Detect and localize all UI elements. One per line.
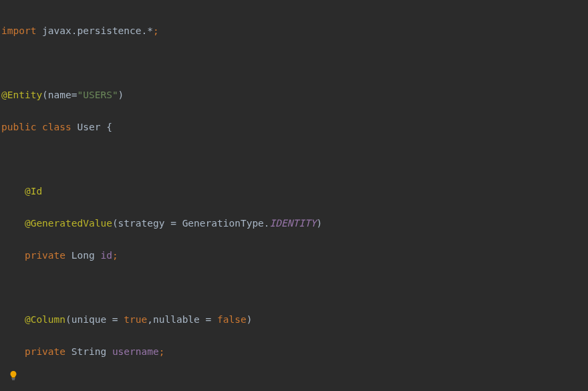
code-line: private Long id; xyxy=(1,247,588,263)
package-path: javax.persistence.* xyxy=(36,25,153,36)
semicolon: ; xyxy=(153,25,159,36)
type-name: Long xyxy=(71,250,101,261)
args-text: (unique = xyxy=(65,314,124,325)
paren-close: ) xyxy=(247,314,253,325)
annotation-column: @Column xyxy=(25,314,65,325)
keyword-import: import xyxy=(1,25,36,36)
code-line: @Entity(name="USERS") xyxy=(1,87,588,103)
keyword-class: class xyxy=(42,122,77,132)
field-name: id xyxy=(100,250,112,261)
code-editor[interactable]: import javax.persistence.*; @Entity(name… xyxy=(0,0,588,391)
keyword-true: true xyxy=(124,314,147,325)
annotation-generated: @GeneratedValue xyxy=(25,218,112,229)
args-text: ,nullable = xyxy=(147,314,217,325)
keyword-private: private xyxy=(25,346,71,357)
paren-text: (name= xyxy=(42,90,77,100)
annotation-entity: @Entity xyxy=(1,90,42,100)
keyword-private: private xyxy=(25,250,71,261)
keyword-false: false xyxy=(217,314,247,325)
keyword-public: public xyxy=(1,122,42,132)
svg-rect-0 xyxy=(12,378,15,379)
code-line: @Id xyxy=(1,183,588,199)
brace: { xyxy=(106,122,112,132)
code-line: import javax.persistence.*; xyxy=(1,23,588,39)
annotation-id: @Id xyxy=(25,186,42,197)
args-text: (strategy = GenerationType. xyxy=(112,218,270,229)
semicolon: ; xyxy=(159,346,165,357)
paren-close: ) xyxy=(118,90,124,100)
lightbulb-icon[interactable] xyxy=(8,370,19,386)
svg-rect-1 xyxy=(12,380,15,380)
enum-constant: IDENTITY xyxy=(270,218,317,229)
code-line: @GeneratedValue(strategy = GenerationTyp… xyxy=(1,215,588,231)
code-line xyxy=(1,55,588,71)
class-name: User xyxy=(78,122,107,132)
code-line: @Column(unique = true,nullable = false) xyxy=(1,311,588,328)
field-name: username xyxy=(112,346,159,357)
code-line: public class User { xyxy=(1,119,588,135)
code-line xyxy=(1,376,588,391)
code-line xyxy=(1,279,588,295)
code-line xyxy=(1,151,588,167)
type-name: String xyxy=(71,346,112,357)
code-line: private String username; xyxy=(1,344,588,360)
semicolon: ; xyxy=(112,250,118,261)
paren-close: ) xyxy=(316,218,322,229)
string-literal: "USERS" xyxy=(78,90,118,100)
